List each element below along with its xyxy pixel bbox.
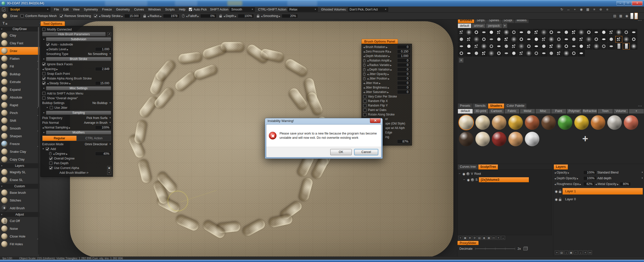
windows-taskbar[interactable]	[0, 260, 644, 262]
brush-thumbnail[interactable]	[518, 43, 525, 50]
brush-thumbnail[interactable]	[578, 29, 585, 36]
steady-stroke-value[interactable]: 15.000	[124, 14, 140, 18]
layer-action-icon[interactable]: ↓	[578, 250, 582, 254]
option-value[interactable]: 0	[397, 59, 410, 63]
brush-check-rotate-along-stroke[interactable]: Rotate Along Stroke	[363, 112, 410, 117]
brush-thumbnail[interactable]	[540, 29, 547, 36]
conform-retopo-toggle[interactable]: Conform Retopo Mesh	[20, 14, 57, 18]
lock-icon[interactable]	[559, 199, 561, 201]
close-button[interactable]: ×	[632, 1, 642, 6]
sidebar-tool-freeze[interactable]: Freeze	[0, 140, 39, 148]
shader-sphere[interactable]	[591, 115, 605, 130]
option-value[interactable]: 0	[397, 63, 410, 67]
sidebar-tool-flatten[interactable]: Flatten	[0, 55, 39, 63]
volume-ball-icon[interactable]	[471, 178, 474, 181]
sidebar-tool-pinch[interactable]: Pinch	[0, 109, 39, 117]
steady-stroke-checkbox[interactable]	[42, 82, 46, 85]
pen-pressure-icon[interactable]	[363, 64, 366, 67]
brush-thumbnail[interactable]	[495, 36, 502, 43]
brush-thumbnail[interactable]	[458, 43, 465, 50]
radius-control[interactable]: Radius 1978	[144, 14, 179, 18]
add-checkbox[interactable]	[46, 147, 49, 150]
collapse-icon[interactable]: ▼	[42, 148, 44, 150]
sidebar-tool-sharpen[interactable]: Sharpen	[0, 132, 39, 140]
layer-row-layer-0[interactable]: ◉Layer 0	[553, 196, 644, 203]
shader-sphere[interactable]	[492, 115, 506, 130]
snap-each-point-checkbox[interactable]	[42, 72, 46, 75]
dialog-close-button[interactable]	[370, 118, 380, 123]
add-modifier-row[interactable]: ▼ Add	[42, 146, 111, 151]
menu-geometry[interactable]: Geometry	[116, 7, 130, 12]
collapse-icon[interactable]: ▼	[46, 107, 48, 109]
brush-thumbnail[interactable]	[548, 36, 555, 43]
pen-depth-checkbox[interactable]	[49, 161, 52, 165]
brush-thumbnail[interactable]	[608, 36, 615, 43]
brush-check-paint-w-dabs[interactable]: Paint w/ Dabs	[363, 108, 410, 112]
menu-view[interactable]: View	[73, 7, 80, 12]
shader-category-paint[interactable]: Paint	[551, 109, 566, 114]
shader-sphere[interactable]	[508, 115, 523, 130]
brush-thumbnail[interactable]	[570, 36, 577, 43]
menu-freeze[interactable]: Freeze	[102, 7, 112, 12]
brush-thumbnail[interactable]	[525, 36, 532, 43]
brush-set-artman[interactable]: artman	[472, 24, 485, 28]
tree-action-icon[interactable]: ⊕	[468, 236, 472, 240]
brush-option-jitter-saturation[interactable]: Jitter Saturation0	[363, 90, 410, 94]
brush-thumbnail[interactable]	[503, 43, 510, 50]
brush-options-tab[interactable]: Brush Options Panel	[362, 39, 398, 44]
volume-label[interactable]: [2x]Volume3	[479, 177, 529, 182]
shader-category-refractive[interactable]: Refractive	[582, 109, 597, 114]
brush-thumbnail[interactable]	[510, 36, 517, 43]
minimize-button[interactable]: –	[616, 1, 624, 6]
nav-toolbar-icon[interactable]: ◉	[579, 7, 584, 12]
brush-thumbnail[interactable]	[540, 36, 547, 43]
brush-thumbnail[interactable]	[555, 50, 562, 57]
checkbox[interactable]	[363, 113, 366, 116]
brush-option-jitter-position[interactable]: Jitter Position0	[363, 76, 410, 81]
brush-thumbnail[interactable]	[466, 50, 472, 57]
brush-thumbnail[interactable]	[525, 29, 532, 36]
checkbox[interactable]	[363, 100, 366, 103]
brush-thumbnail[interactable]	[623, 29, 630, 36]
pen-pressure-icon[interactable]	[363, 68, 366, 71]
use-current-alpha-row[interactable]: Use Current Alpha ▣	[42, 165, 111, 170]
brush-option-depth-variation[interactable]: Depth Variation0	[363, 67, 410, 72]
roughness-metal-row[interactable]: Roughness Opa 62% Metal Opacity 80%	[553, 181, 644, 187]
brush-thumbnail[interactable]	[615, 36, 622, 43]
tree-row-volume[interactable]: − ◉ S [2x]Volume3	[459, 177, 550, 183]
tree-action-icon[interactable]: ⊘	[473, 236, 477, 240]
brush-check-vary-color-per-stroke[interactable]: Vary Color Per Stroke	[363, 94, 410, 99]
extrusion-mode-dropdown[interactable]: Extrusion Mode Omni Directional ▼	[42, 142, 111, 146]
brush-thumbnail[interactable]	[495, 43, 502, 50]
shader-category-volume[interactable]: Volume	[614, 109, 628, 114]
brush-thumbnail[interactable]	[570, 29, 577, 36]
subdivision-section-header[interactable]: ▼ Subdivision	[42, 37, 111, 42]
sidebar-tool-magnify-sl[interactable]: Magnify SL	[0, 168, 39, 176]
brush-thumbnail[interactable]	[466, 36, 472, 43]
nav-toolbar-icon[interactable]: ↔	[566, 7, 570, 12]
falloff-value[interactable]: 0%	[200, 14, 216, 18]
shader-sphere[interactable]	[541, 115, 556, 130]
viewport-3d[interactable]: Tool Options Modify Connected Hide Brush…	[40, 20, 457, 256]
brush-thumbnail[interactable]	[593, 29, 600, 36]
layer-row-layer-1[interactable]: ◉Layer 1	[553, 188, 644, 195]
sidebar-tool-shift[interactable]: Shift	[0, 117, 39, 125]
pick-trajectory-dropdown[interactable]: Pick Trajectory Pick from Surfa ▼	[42, 116, 111, 120]
sidebar-tool-extrude[interactable]: Extrude	[0, 78, 39, 86]
layer-action-icon[interactable]: ×	[583, 250, 587, 254]
brush-option-jitter-hue[interactable]: Jitter Hue0	[363, 81, 410, 85]
brush-thumbnail[interactable]	[578, 43, 585, 50]
show-overall-degree-checkbox[interactable]	[42, 97, 46, 100]
brush-thumbnail[interactable]	[473, 50, 480, 57]
pen-pressure-icon[interactable]	[363, 73, 366, 76]
modify-connected-row[interactable]: Modify Connected	[42, 27, 111, 32]
misc-settings-section-header[interactable]: ▼ Misc Settings	[42, 86, 111, 91]
checkbox[interactable]	[363, 109, 366, 112]
show-overall-degree-row[interactable]: Show "Overall degree"	[42, 96, 111, 101]
buildup-settings-dropdown[interactable]: Buildup Settings No Buildup ▼	[42, 101, 111, 105]
layer-action-icon[interactable]: +	[555, 250, 559, 254]
sidebar-tool-absolute[interactable]: Absolute	[0, 94, 39, 101]
tab-shaders[interactable]: Shaders	[488, 104, 504, 109]
brush-thumbnail[interactable]	[488, 50, 495, 57]
brush-thumbnail[interactable]	[488, 29, 495, 36]
